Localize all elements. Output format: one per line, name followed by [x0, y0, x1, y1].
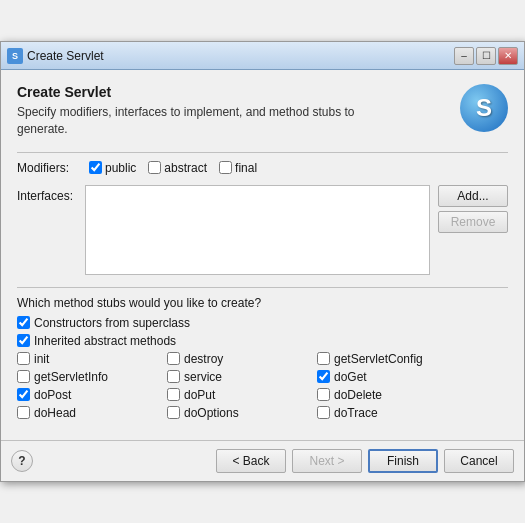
method-service-checkbox[interactable] [167, 370, 180, 383]
method-destroy-checkbox[interactable] [167, 352, 180, 365]
inherited-checkbox[interactable] [17, 334, 30, 347]
method-init: init [17, 352, 167, 366]
modifier-final-label[interactable]: final [235, 161, 257, 175]
method-getservletconfig-label[interactable]: getServletConfig [334, 352, 423, 366]
method-dotrace-checkbox[interactable] [317, 406, 330, 419]
modifier-abstract-group: abstract [148, 161, 207, 175]
modifier-abstract-label[interactable]: abstract [164, 161, 207, 175]
method-service-label[interactable]: service [184, 370, 222, 384]
page-icon: S [460, 84, 508, 132]
method-dooptions-checkbox[interactable] [167, 406, 180, 419]
interfaces-section: Interfaces: Add... Remove [17, 185, 508, 275]
method-doGet: doGet [317, 370, 487, 384]
method-getServletInfo: getServletInfo [17, 370, 167, 384]
finish-button[interactable]: Finish [368, 449, 438, 473]
modifier-abstract-checkbox[interactable] [148, 161, 161, 174]
close-button[interactable]: ✕ [498, 47, 518, 65]
modifiers-label: Modifiers: [17, 161, 77, 175]
footer-left: ? [11, 450, 33, 472]
constructors-label[interactable]: Constructors from superclass [34, 316, 190, 330]
title-bar-left: S Create Servlet [7, 48, 104, 64]
method-doPut: doPut [167, 388, 317, 402]
method-destroy: destroy [167, 352, 317, 366]
next-button[interactable]: Next > [292, 449, 362, 473]
constructors-checkbox[interactable] [17, 316, 30, 329]
interfaces-buttons: Add... Remove [438, 185, 508, 233]
method-doput-label[interactable]: doPut [184, 388, 215, 402]
dialog-footer: ? < Back Next > Finish Cancel [1, 440, 524, 481]
modifier-final-checkbox[interactable] [219, 161, 232, 174]
method-init-checkbox[interactable] [17, 352, 30, 365]
separator-2 [17, 287, 508, 288]
method-getservletinfo-checkbox[interactable] [17, 370, 30, 383]
method-dohead-checkbox[interactable] [17, 406, 30, 419]
window-title: Create Servlet [27, 49, 104, 63]
separator-1 [17, 152, 508, 153]
method-doPost: doPost [17, 388, 167, 402]
method-doTrace: doTrace [317, 406, 487, 420]
method-doget-checkbox[interactable] [317, 370, 330, 383]
method-stubs-title: Which method stubs would you like to cre… [17, 296, 508, 310]
window-icon: S [7, 48, 23, 64]
constructors-row: Constructors from superclass [17, 316, 508, 330]
add-interface-button[interactable]: Add... [438, 185, 508, 207]
title-bar: S Create Servlet – ☐ ✕ [1, 42, 524, 70]
modifier-public-checkbox[interactable] [89, 161, 102, 174]
method-doOptions: doOptions [167, 406, 317, 420]
dialog-window: S Create Servlet – ☐ ✕ Create Servlet Sp… [0, 41, 525, 482]
method-service: service [167, 370, 317, 384]
page-header-text: Create Servlet Specify modifiers, interf… [17, 84, 397, 138]
method-init-label[interactable]: init [34, 352, 49, 366]
cancel-button[interactable]: Cancel [444, 449, 514, 473]
method-destroy-label[interactable]: destroy [184, 352, 223, 366]
method-doHead: doHead [17, 406, 167, 420]
interfaces-textarea[interactable] [85, 185, 430, 275]
dialog-content: Create Servlet Specify modifiers, interf… [1, 70, 524, 440]
inherited-label[interactable]: Inherited abstract methods [34, 334, 176, 348]
method-dotrace-label[interactable]: doTrace [334, 406, 378, 420]
method-dohead-label[interactable]: doHead [34, 406, 76, 420]
minimize-button[interactable]: – [454, 47, 474, 65]
page-description: Specify modifiers, interfaces to impleme… [17, 104, 397, 138]
modifier-final-group: final [219, 161, 257, 175]
interfaces-label: Interfaces: [17, 189, 77, 203]
page-title: Create Servlet [17, 84, 397, 100]
modifier-public-label[interactable]: public [105, 161, 136, 175]
method-getServletConfig: getServletConfig [317, 352, 487, 366]
inherited-row: Inherited abstract methods [17, 334, 508, 348]
method-stubs-section: Which method stubs would you like to cre… [17, 296, 508, 420]
method-doput-checkbox[interactable] [167, 388, 180, 401]
remove-interface-button[interactable]: Remove [438, 211, 508, 233]
method-grid: init destroy getServletConfig getServlet… [17, 352, 508, 420]
page-header: Create Servlet Specify modifiers, interf… [17, 84, 508, 138]
modifiers-row: Modifiers: public abstract final [17, 161, 508, 175]
method-getservletinfo-label[interactable]: getServletInfo [34, 370, 108, 384]
method-dodelete-label[interactable]: doDelete [334, 388, 382, 402]
back-button[interactable]: < Back [216, 449, 286, 473]
footer-right: < Back Next > Finish Cancel [216, 449, 514, 473]
modifier-public-group: public [89, 161, 136, 175]
title-buttons: – ☐ ✕ [454, 47, 518, 65]
method-doget-label[interactable]: doGet [334, 370, 367, 384]
method-getservletconfig-checkbox[interactable] [317, 352, 330, 365]
help-button[interactable]: ? [11, 450, 33, 472]
method-dopost-label[interactable]: doPost [34, 388, 71, 402]
method-dopost-checkbox[interactable] [17, 388, 30, 401]
method-dodelete-checkbox[interactable] [317, 388, 330, 401]
method-dooptions-label[interactable]: doOptions [184, 406, 239, 420]
maximize-button[interactable]: ☐ [476, 47, 496, 65]
method-doDelete: doDelete [317, 388, 487, 402]
